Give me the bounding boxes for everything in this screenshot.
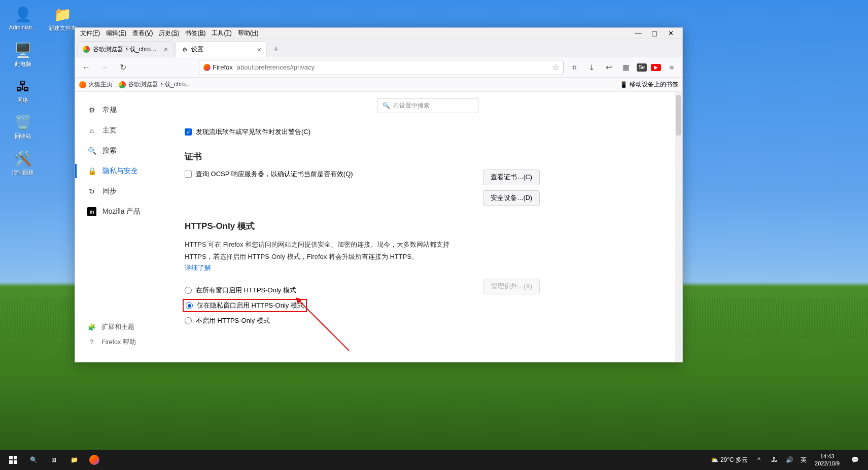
radio-https-disabled[interactable]: 不启用 HTTPS-Only 模式 bbox=[185, 316, 475, 325]
security-devices-button[interactable]: 安全设备…(D) bbox=[483, 190, 540, 206]
minimize-button[interactable]: — bbox=[635, 30, 642, 37]
annotation-highlight: 仅在隐私窗口启用 HTTPS-Only 模式 bbox=[183, 299, 307, 312]
new-tab-button[interactable]: + bbox=[269, 42, 283, 56]
search-icon: 🔍 bbox=[87, 146, 96, 155]
notification-button[interactable]: 💬 bbox=[845, 450, 865, 470]
taskbar-weather[interactable]: ⛅ 29°C 多云 bbox=[708, 456, 751, 464]
desktop-icon-control[interactable]: 🛠️ 控制面板 bbox=[5, 149, 41, 176]
sidebar-item-sync[interactable]: ↻ 同步 bbox=[75, 181, 177, 202]
menu-help[interactable]: 帮助(H) bbox=[235, 28, 262, 39]
radio-unselected-icon bbox=[185, 287, 192, 294]
learn-more-link[interactable]: 详细了解 bbox=[185, 263, 540, 273]
sidebar-item-help[interactable]: ? Firefox 帮助 bbox=[75, 334, 177, 350]
sidebar-item-label: Firefox 帮助 bbox=[101, 338, 136, 347]
mozilla-icon: m bbox=[87, 207, 96, 216]
tray-chevron-icon[interactable]: ^ bbox=[752, 450, 766, 470]
forward-button[interactable]: → bbox=[97, 60, 112, 75]
scroll-thumb[interactable] bbox=[676, 95, 681, 136]
chrome-icon bbox=[119, 81, 126, 88]
maximize-button[interactable]: ▢ bbox=[651, 30, 658, 37]
weather-text: 29°C 多云 bbox=[720, 456, 748, 464]
taskbar-clock[interactable]: 14:43 2022/10/9 bbox=[811, 453, 844, 467]
app-menu-button[interactable]: ≡ bbox=[665, 61, 678, 74]
menu-file[interactable]: 文件(F) bbox=[77, 28, 103, 39]
svg-rect-5 bbox=[14, 460, 17, 464]
tab-chrome-download[interactable]: 谷歌浏览器下载_chrome浏览器 × bbox=[77, 41, 173, 57]
taskbar-explorer[interactable]: 📁 bbox=[64, 450, 84, 470]
desktop-icon-label: 控制面板 bbox=[12, 169, 34, 176]
sidebar-item-label: Mozilla 产品 bbox=[102, 207, 141, 216]
tab-close-button[interactable]: × bbox=[257, 46, 261, 54]
bookmark-item-firefox-home[interactable]: 火狐主页 bbox=[79, 80, 113, 89]
taskbar-firefox[interactable] bbox=[84, 450, 105, 470]
desktop-icon-admin[interactable]: 👤 Administr... bbox=[5, 5, 41, 32]
se-icon[interactable]: Se bbox=[637, 63, 647, 72]
svg-rect-3 bbox=[14, 456, 17, 459]
bookmark-star-icon[interactable]: ☆ bbox=[552, 62, 559, 72]
sidebar-item-mozilla[interactable]: m Mozilla 产品 bbox=[75, 202, 177, 222]
bookmark-item-chrome[interactable]: 谷歌浏览器下载_chro... bbox=[119, 80, 191, 89]
network-icon: 🖧 bbox=[14, 77, 32, 95]
section-description: HTTPS，若选择启用 HTTPS-Only 模式，Firefox 将会升级所有… bbox=[185, 251, 540, 262]
scrollbar[interactable] bbox=[675, 92, 682, 362]
nav-bar: ← → ↻ Firefox about:preferences#privacy … bbox=[75, 57, 682, 78]
sidebar-item-privacy[interactable]: 🔒 隐私与安全 bbox=[75, 161, 177, 181]
taskbar-search-button[interactable]: 🔍 bbox=[23, 450, 44, 470]
sync-icon: ↻ bbox=[87, 187, 96, 196]
identity-label: Firefox bbox=[213, 63, 233, 71]
desktop-icon-thispc[interactable]: 🖥️ 此电脑 bbox=[5, 41, 41, 68]
start-button[interactable] bbox=[3, 450, 23, 470]
radio-https-all-windows[interactable]: 在所有窗口启用 HTTPS-Only 模式 bbox=[185, 286, 475, 295]
ime-indicator[interactable]: 英 bbox=[797, 456, 810, 464]
menu-edit[interactable]: 编辑(E) bbox=[103, 28, 129, 39]
gear-icon: ⚙ bbox=[87, 106, 96, 115]
checkbox-ocsp[interactable]: 查询 OCSP 响应服务器，以确认证书当前是否有效(Q) bbox=[185, 170, 475, 179]
menu-history[interactable]: 历史(S) bbox=[156, 28, 182, 39]
desktop-icon-recycle[interactable]: 🗑️ 回收站 bbox=[5, 113, 41, 140]
reply-icon[interactable]: ↩ bbox=[602, 61, 615, 74]
trash-icon: 🗑️ bbox=[14, 113, 32, 131]
url-text: about:preferences#privacy bbox=[237, 63, 315, 71]
grid-icon[interactable]: ▦ bbox=[619, 61, 633, 74]
desktop-icon-network[interactable]: 🖧 网络 bbox=[5, 77, 41, 104]
youtube-icon[interactable]: ▶ bbox=[651, 64, 661, 71]
task-view-button[interactable]: ⊞ bbox=[44, 450, 64, 470]
close-window-button[interactable]: ✕ bbox=[667, 30, 674, 37]
checkbox-unchecked-icon bbox=[185, 171, 192, 178]
search-icon: 🔍 bbox=[383, 102, 390, 109]
tab-label: 设置 bbox=[191, 45, 254, 54]
tray-network-icon[interactable]: 🖧 bbox=[767, 450, 781, 470]
sidebar-item-extensions[interactable]: 🧩 扩展和主题 bbox=[75, 319, 177, 334]
svg-rect-2 bbox=[9, 456, 13, 459]
sidebar-item-label: 搜索 bbox=[102, 146, 117, 155]
manage-exceptions-button[interactable]: 管理例外…(X) bbox=[483, 279, 540, 294]
bookmark-mobile[interactable]: 📱 移动设备上的书签 bbox=[620, 80, 678, 89]
sidebar-item-label: 隐私与安全 bbox=[102, 166, 138, 176]
menu-tools[interactable]: 工具(T) bbox=[209, 28, 234, 39]
sidebar-item-label: 扩展和主题 bbox=[101, 323, 134, 331]
radio-unselected-icon bbox=[185, 317, 192, 324]
reload-button[interactable]: ↻ bbox=[116, 60, 130, 75]
sidebar-item-label: 常规 bbox=[102, 106, 117, 115]
sidebar-item-home[interactable]: ⌂ 主页 bbox=[75, 120, 177, 141]
radio-https-private-only[interactable]: 仅在隐私窗口启用 HTTPS-Only 模式 bbox=[185, 300, 475, 311]
sidebar-item-search[interactable]: 🔍 搜索 bbox=[75, 141, 177, 161]
user-icon: 👤 bbox=[14, 5, 32, 23]
pocket-icon[interactable]: ⤓ bbox=[585, 61, 598, 74]
menu-bookmarks[interactable]: 书签(B) bbox=[182, 28, 209, 39]
back-button[interactable]: ← bbox=[79, 60, 93, 75]
tab-close-button[interactable]: × bbox=[164, 45, 168, 53]
menu-view[interactable]: 查看(V) bbox=[129, 28, 156, 39]
site-identity[interactable]: Firefox bbox=[203, 63, 233, 71]
tab-settings[interactable]: ⚙ 设置 × bbox=[176, 41, 267, 57]
checkbox-warn-software[interactable]: ✓ 发现流氓软件或罕见软件时发出警告(C) bbox=[185, 127, 540, 137]
tray-volume-icon[interactable]: 🔊 bbox=[782, 450, 796, 470]
section-title-certificates: 证书 bbox=[185, 151, 540, 162]
settings-search-input[interactable]: 🔍 在设置中搜索 bbox=[377, 98, 478, 113]
help-icon: ? bbox=[87, 338, 96, 347]
qr-code-icon[interactable]: ⌗ bbox=[568, 61, 581, 74]
home-icon: ⌂ bbox=[87, 126, 96, 135]
address-bar[interactable]: Firefox about:preferences#privacy ☆ bbox=[199, 60, 564, 75]
sidebar-item-general[interactable]: ⚙ 常规 bbox=[75, 100, 177, 120]
view-certificates-button[interactable]: 查看证书…(C) bbox=[483, 170, 540, 185]
